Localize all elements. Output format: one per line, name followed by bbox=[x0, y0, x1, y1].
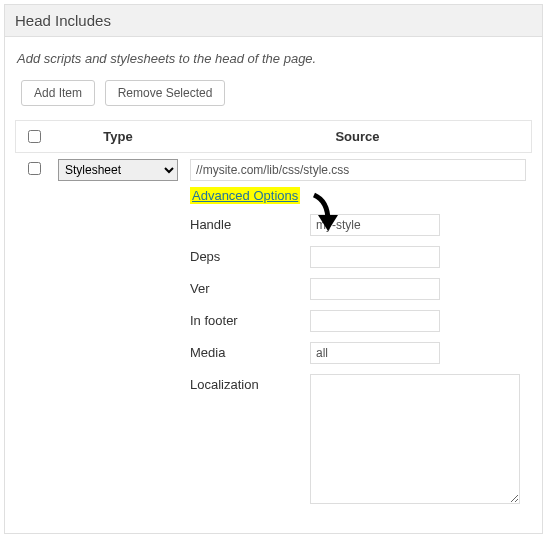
type-select[interactable]: Stylesheet bbox=[58, 159, 178, 181]
handle-input[interactable] bbox=[310, 214, 440, 236]
ver-label: Ver bbox=[190, 278, 310, 296]
advanced-options-link[interactable]: Advanced Options bbox=[190, 187, 300, 204]
media-label: Media bbox=[190, 342, 310, 360]
items-table: Type Source Stylesheet Advanced Op bbox=[15, 120, 532, 523]
deps-input[interactable] bbox=[310, 246, 440, 268]
remove-selected-button[interactable]: Remove Selected bbox=[105, 80, 226, 106]
head-includes-panel: Head Includes Add scripts and stylesheet… bbox=[4, 4, 543, 534]
button-row: Add Item Remove Selected bbox=[21, 80, 532, 106]
ver-input[interactable] bbox=[310, 278, 440, 300]
select-all-checkbox[interactable] bbox=[28, 130, 41, 143]
panel-description: Add scripts and stylesheets to the head … bbox=[17, 51, 532, 66]
handle-label: Handle bbox=[190, 214, 310, 232]
media-input[interactable] bbox=[310, 342, 440, 364]
column-header-source: Source bbox=[184, 121, 532, 153]
source-input[interactable] bbox=[190, 159, 526, 181]
add-item-button[interactable]: Add Item bbox=[21, 80, 95, 106]
advanced-fields: Handle Deps Ver bbox=[190, 214, 526, 507]
footer-label: In footer bbox=[190, 310, 310, 328]
table-row: Stylesheet Advanced Options bbox=[16, 153, 532, 524]
localization-label: Localization bbox=[190, 374, 310, 392]
deps-label: Deps bbox=[190, 246, 310, 264]
footer-input[interactable] bbox=[310, 310, 440, 332]
panel-title: Head Includes bbox=[5, 5, 542, 37]
row-checkbox[interactable] bbox=[28, 162, 41, 175]
column-header-type: Type bbox=[52, 121, 184, 153]
localization-textarea[interactable] bbox=[310, 374, 520, 504]
